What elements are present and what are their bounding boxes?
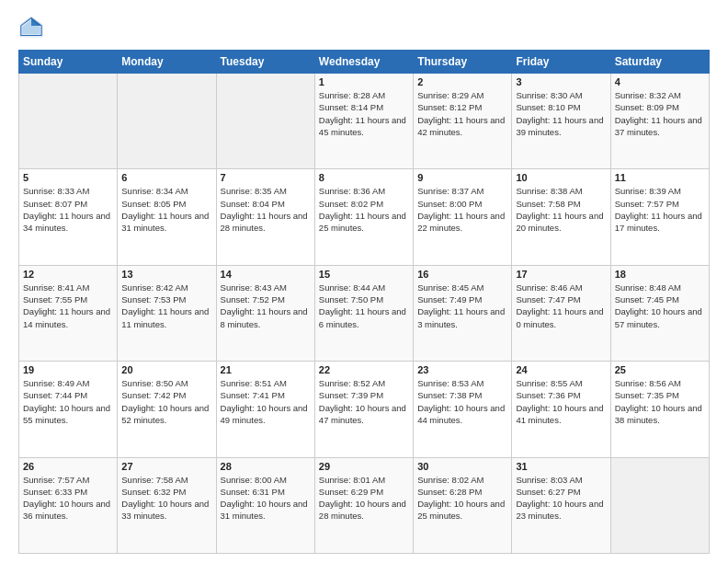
day-number: 29 bbox=[319, 461, 409, 472]
calendar-week-row: 1Sunrise: 8:28 AM Sunset: 8:14 PM Daylig… bbox=[19, 74, 710, 169]
day-info: Sunrise: 8:28 AM Sunset: 8:14 PM Dayligh… bbox=[319, 89, 409, 138]
day-number: 15 bbox=[319, 269, 409, 280]
day-info: Sunrise: 8:29 AM Sunset: 8:12 PM Dayligh… bbox=[417, 89, 507, 138]
calendar-cell: 31Sunrise: 8:03 AM Sunset: 6:27 PM Dayli… bbox=[512, 457, 610, 553]
calendar-cell: 16Sunrise: 8:45 AM Sunset: 7:49 PM Dayli… bbox=[414, 265, 512, 361]
day-number: 19 bbox=[23, 364, 113, 375]
weekday-header-monday: Monday bbox=[118, 51, 216, 74]
day-info: Sunrise: 8:46 AM Sunset: 7:47 PM Dayligh… bbox=[516, 282, 606, 330]
calendar-week-row: 26Sunrise: 7:57 AM Sunset: 6:33 PM Dayli… bbox=[19, 457, 710, 553]
weekday-header-sunday: Sunday bbox=[19, 51, 118, 74]
day-info: Sunrise: 8:41 AM Sunset: 7:55 PM Dayligh… bbox=[23, 282, 113, 330]
calendar-cell bbox=[610, 457, 709, 553]
calendar-table: SundayMondayTuesdayWednesdayThursdayFrid… bbox=[18, 50, 710, 554]
day-number: 3 bbox=[516, 76, 606, 87]
day-number: 5 bbox=[23, 172, 113, 183]
calendar-cell: 17Sunrise: 8:46 AM Sunset: 7:47 PM Dayli… bbox=[512, 265, 610, 361]
calendar-cell: 11Sunrise: 8:39 AM Sunset: 7:57 PM Dayli… bbox=[610, 169, 709, 265]
calendar-cell: 10Sunrise: 8:38 AM Sunset: 7:58 PM Dayli… bbox=[512, 169, 610, 265]
logo-icon bbox=[18, 15, 44, 40]
weekday-header-thursday: Thursday bbox=[414, 51, 512, 74]
calendar-cell: 14Sunrise: 8:43 AM Sunset: 7:52 PM Dayli… bbox=[216, 265, 314, 361]
day-number: 4 bbox=[615, 76, 705, 87]
day-info: Sunrise: 8:51 AM Sunset: 7:41 PM Dayligh… bbox=[221, 377, 311, 426]
day-info: Sunrise: 8:36 AM Sunset: 8:02 PM Dayligh… bbox=[319, 185, 409, 234]
day-info: Sunrise: 8:33 AM Sunset: 8:07 PM Dayligh… bbox=[23, 185, 113, 234]
weekday-header-saturday: Saturday bbox=[610, 51, 709, 74]
day-info: Sunrise: 7:58 AM Sunset: 6:32 PM Dayligh… bbox=[121, 474, 211, 523]
day-number: 16 bbox=[417, 269, 507, 280]
calendar-cell: 30Sunrise: 8:02 AM Sunset: 6:28 PM Dayli… bbox=[414, 457, 512, 553]
calendar-cell: 6Sunrise: 8:34 AM Sunset: 8:05 PM Daylig… bbox=[118, 169, 216, 265]
day-info: Sunrise: 8:38 AM Sunset: 7:58 PM Dayligh… bbox=[516, 185, 606, 234]
calendar-cell: 27Sunrise: 7:58 AM Sunset: 6:32 PM Dayli… bbox=[118, 457, 216, 553]
day-number: 26 bbox=[23, 461, 113, 472]
day-number: 23 bbox=[417, 364, 507, 375]
calendar-week-row: 12Sunrise: 8:41 AM Sunset: 7:55 PM Dayli… bbox=[19, 265, 710, 361]
day-number: 12 bbox=[23, 269, 113, 280]
day-number: 20 bbox=[121, 364, 211, 375]
day-number: 6 bbox=[121, 172, 211, 183]
day-info: Sunrise: 8:48 AM Sunset: 7:45 PM Dayligh… bbox=[615, 282, 705, 330]
calendar-week-row: 5Sunrise: 8:33 AM Sunset: 8:07 PM Daylig… bbox=[19, 169, 710, 265]
calendar-cell: 23Sunrise: 8:53 AM Sunset: 7:38 PM Dayli… bbox=[414, 362, 512, 457]
calendar-cell: 7Sunrise: 8:35 AM Sunset: 8:04 PM Daylig… bbox=[216, 169, 314, 265]
calendar-cell: 8Sunrise: 8:36 AM Sunset: 8:02 PM Daylig… bbox=[314, 169, 413, 265]
calendar-cell bbox=[19, 74, 118, 169]
day-info: Sunrise: 8:44 AM Sunset: 7:50 PM Dayligh… bbox=[319, 282, 409, 330]
day-info: Sunrise: 8:45 AM Sunset: 7:49 PM Dayligh… bbox=[417, 282, 507, 330]
day-number: 18 bbox=[615, 269, 705, 280]
calendar-cell: 1Sunrise: 8:28 AM Sunset: 8:14 PM Daylig… bbox=[314, 74, 413, 169]
calendar-cell: 12Sunrise: 8:41 AM Sunset: 7:55 PM Dayli… bbox=[19, 265, 118, 361]
day-info: Sunrise: 8:55 AM Sunset: 7:36 PM Dayligh… bbox=[516, 377, 606, 426]
calendar-cell: 29Sunrise: 8:01 AM Sunset: 6:29 PM Dayli… bbox=[314, 457, 413, 553]
day-number: 1 bbox=[319, 76, 409, 87]
calendar-cell: 18Sunrise: 8:48 AM Sunset: 7:45 PM Dayli… bbox=[610, 265, 709, 361]
calendar-cell: 20Sunrise: 8:50 AM Sunset: 7:42 PM Dayli… bbox=[118, 362, 216, 457]
day-number: 7 bbox=[221, 172, 311, 183]
calendar-cell bbox=[216, 74, 314, 169]
calendar-cell: 25Sunrise: 8:56 AM Sunset: 7:35 PM Dayli… bbox=[610, 362, 709, 457]
day-number: 25 bbox=[615, 364, 705, 375]
calendar-cell: 4Sunrise: 8:32 AM Sunset: 8:09 PM Daylig… bbox=[610, 74, 709, 169]
day-number: 2 bbox=[417, 76, 507, 87]
day-info: Sunrise: 8:00 AM Sunset: 6:31 PM Dayligh… bbox=[221, 474, 311, 523]
header bbox=[18, 15, 710, 40]
day-number: 31 bbox=[516, 461, 606, 472]
calendar-cell bbox=[118, 74, 216, 169]
day-number: 9 bbox=[417, 172, 507, 183]
calendar-cell: 13Sunrise: 8:42 AM Sunset: 7:53 PM Dayli… bbox=[118, 265, 216, 361]
calendar-cell: 9Sunrise: 8:37 AM Sunset: 8:00 PM Daylig… bbox=[414, 169, 512, 265]
page: SundayMondayTuesdayWednesdayThursdayFrid… bbox=[0, 0, 728, 563]
day-info: Sunrise: 8:50 AM Sunset: 7:42 PM Dayligh… bbox=[121, 377, 211, 426]
day-number: 10 bbox=[516, 172, 606, 183]
calendar-cell: 3Sunrise: 8:30 AM Sunset: 8:10 PM Daylig… bbox=[512, 74, 610, 169]
weekday-header-row: SundayMondayTuesdayWednesdayThursdayFrid… bbox=[19, 51, 710, 74]
day-info: Sunrise: 8:39 AM Sunset: 7:57 PM Dayligh… bbox=[615, 185, 705, 234]
day-number: 11 bbox=[615, 172, 705, 183]
day-info: Sunrise: 8:35 AM Sunset: 8:04 PM Dayligh… bbox=[221, 185, 311, 234]
day-info: Sunrise: 8:30 AM Sunset: 8:10 PM Dayligh… bbox=[516, 89, 606, 138]
day-number: 30 bbox=[417, 461, 507, 472]
day-info: Sunrise: 8:43 AM Sunset: 7:52 PM Dayligh… bbox=[221, 282, 311, 330]
day-number: 22 bbox=[319, 364, 409, 375]
day-info: Sunrise: 8:52 AM Sunset: 7:39 PM Dayligh… bbox=[319, 377, 409, 426]
calendar-cell: 24Sunrise: 8:55 AM Sunset: 7:36 PM Dayli… bbox=[512, 362, 610, 457]
logo bbox=[18, 15, 48, 40]
weekday-header-friday: Friday bbox=[512, 51, 610, 74]
day-number: 28 bbox=[221, 461, 311, 472]
calendar-cell: 22Sunrise: 8:52 AM Sunset: 7:39 PM Dayli… bbox=[314, 362, 413, 457]
day-info: Sunrise: 8:01 AM Sunset: 6:29 PM Dayligh… bbox=[319, 474, 409, 523]
day-info: Sunrise: 7:57 AM Sunset: 6:33 PM Dayligh… bbox=[23, 474, 113, 523]
calendar-cell: 15Sunrise: 8:44 AM Sunset: 7:50 PM Dayli… bbox=[314, 265, 413, 361]
day-info: Sunrise: 8:49 AM Sunset: 7:44 PM Dayligh… bbox=[23, 377, 113, 426]
day-info: Sunrise: 8:53 AM Sunset: 7:38 PM Dayligh… bbox=[417, 377, 507, 426]
calendar-cell: 28Sunrise: 8:00 AM Sunset: 6:31 PM Dayli… bbox=[216, 457, 314, 553]
day-number: 8 bbox=[319, 172, 409, 183]
day-number: 24 bbox=[516, 364, 606, 375]
day-info: Sunrise: 8:32 AM Sunset: 8:09 PM Dayligh… bbox=[615, 89, 705, 138]
calendar-cell: 5Sunrise: 8:33 AM Sunset: 8:07 PM Daylig… bbox=[19, 169, 118, 265]
day-number: 17 bbox=[516, 269, 606, 280]
calendar-week-row: 19Sunrise: 8:49 AM Sunset: 7:44 PM Dayli… bbox=[19, 362, 710, 457]
day-info: Sunrise: 8:03 AM Sunset: 6:27 PM Dayligh… bbox=[516, 474, 606, 523]
